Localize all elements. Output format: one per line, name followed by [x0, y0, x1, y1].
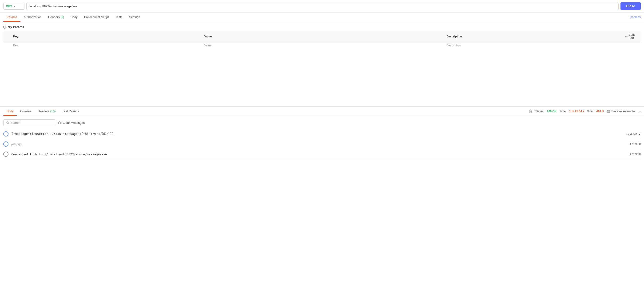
time-label: Time: — [560, 110, 566, 113]
tab-authorization[interactable]: Authorization — [20, 13, 45, 22]
params-empty-check — [4, 42, 10, 49]
request-tabs: Params Authorization Headers (6) Body Pr… — [0, 13, 644, 22]
svg-rect-8 — [58, 122, 61, 124]
params-table: Key Value Description ··· Bulk Edit — [3, 31, 641, 49]
query-params-section: Query Params Key Value Description ··· B… — [0, 22, 644, 49]
response-headers-badge: (10) — [50, 109, 56, 113]
size-value: 410 B — [596, 110, 604, 113]
message-down-icon-2: ↓ — [3, 141, 8, 147]
message-time-2: 17:39:30 — [630, 142, 641, 146]
search-input[interactable] — [10, 121, 52, 125]
headers-badge: (6) — [60, 16, 64, 19]
svg-rect-10 — [59, 121, 60, 122]
search-input-wrap — [3, 119, 55, 126]
params-col-value: Value — [202, 31, 444, 42]
method-selector[interactable]: GET ▾ — [3, 3, 24, 10]
message-info-icon-3: i — [3, 152, 8, 157]
params-empty-row: Key Value Description — [4, 42, 641, 49]
response-tab-body[interactable]: Body — [3, 107, 17, 116]
params-key-cell[interactable]: Key — [10, 42, 202, 49]
query-params-title: Query Params — [3, 25, 641, 29]
search-icon — [6, 121, 9, 124]
response-tab-testresults[interactable]: Test Results — [59, 107, 82, 116]
clear-messages-button[interactable]: Clear Messages — [58, 121, 85, 125]
tab-settings[interactable]: Settings — [126, 13, 144, 22]
close-button[interactable]: Close — [620, 2, 641, 10]
top-spacer — [0, 49, 644, 106]
status-value: 200 OK — [547, 110, 556, 113]
response-tab-cookies[interactable]: Cookies — [17, 107, 34, 116]
cookies-link[interactable]: Cookies — [630, 13, 641, 22]
params-col-check — [4, 31, 10, 42]
params-col-desc: Description — [444, 31, 622, 42]
status-label: Status: — [535, 110, 544, 113]
url-bar: GET ▾ Close — [0, 0, 644, 13]
tab-tests[interactable]: Tests — [112, 13, 126, 22]
params-value-cell[interactable]: Value — [202, 42, 444, 49]
message-time-3: 17:39:30 — [630, 152, 641, 156]
url-input[interactable] — [26, 3, 618, 10]
bulk-edit-button[interactable]: ··· Bulk Edit — [625, 33, 638, 40]
svg-line-7 — [8, 123, 9, 124]
messages-list: ↓ {"message":{"userId":123456,"message":… — [3, 129, 641, 159]
message-text-3: Connected to http://localhost:8822/admin… — [11, 152, 627, 156]
response-tabs-row: Body Cookies Headers (10) Test Results S… — [0, 107, 644, 116]
method-chevron-icon: ▾ — [14, 5, 15, 8]
params-desc-cell[interactable]: Description — [444, 42, 622, 49]
tab-headers[interactable]: Headers (6) — [45, 13, 67, 22]
tab-prerequest[interactable]: Pre-request Script — [81, 13, 112, 22]
time-value: 1 m 21.54 s — [569, 110, 584, 113]
response-body-area: Clear Messages ↓ {"message":{"userId":12… — [0, 116, 644, 163]
message-time-1: 17:39:35 ∨ — [626, 132, 641, 136]
save-example-button[interactable]: Save as example — [606, 109, 635, 113]
list-item: i Connected to http://localhost:8822/adm… — [3, 149, 641, 159]
response-tab-headers[interactable]: Headers (10) — [34, 107, 59, 116]
message-down-icon-1: ↓ — [3, 131, 8, 137]
message-text-2: (empty) — [11, 142, 627, 146]
list-item: ↓ (empty) 17:39:30 — [3, 139, 641, 149]
bulk-edit-dots-icon: ··· — [625, 35, 628, 38]
save-icon — [606, 110, 610, 113]
size-label: Size: — [587, 110, 594, 113]
params-extra-cell — [622, 42, 641, 49]
trash-icon — [58, 121, 61, 125]
params-col-bulk: ··· Bulk Edit — [622, 31, 641, 42]
method-label: GET — [6, 5, 12, 8]
main-layout: GET ▾ Close Params Authorization Headers… — [0, 0, 644, 297]
params-col-key: Key — [10, 31, 202, 42]
list-item: ↓ {"message":{"userId":123456,"message":… — [3, 129, 641, 139]
expand-chevron-1[interactable]: ∨ — [638, 132, 641, 136]
response-status-area: Status: 200 OK Time: 1 m 21.54 s Size: 4… — [529, 109, 641, 113]
response-section: Body Cookies Headers (10) Test Results S… — [0, 106, 644, 163]
search-clear-row: Clear Messages — [3, 119, 641, 126]
tab-body[interactable]: Body — [67, 13, 81, 22]
more-options-button[interactable]: ··· — [638, 109, 641, 113]
globe-icon — [529, 109, 532, 113]
top-section: GET ▾ Close Params Authorization Headers… — [0, 0, 644, 106]
svg-rect-5 — [607, 111, 609, 113]
tab-params[interactable]: Params — [3, 13, 20, 22]
message-text-1: {"message":{"userId":123456,"message":{"… — [11, 132, 623, 136]
